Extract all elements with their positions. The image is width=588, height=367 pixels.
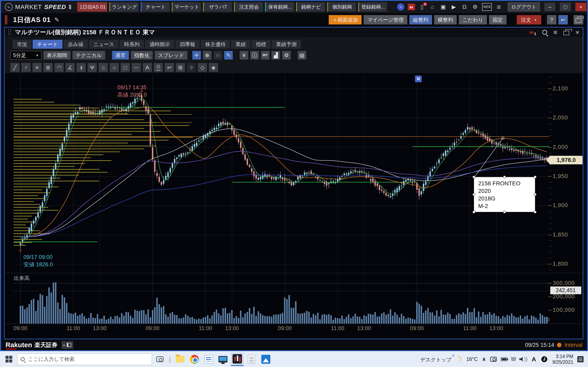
desktop-switcher[interactable]: デスクトップ»	[420, 355, 452, 363]
chart-tab-4[interactable]: 時系列	[120, 40, 144, 49]
marketspeed-app-icon[interactable]: ∿	[397, 3, 405, 11]
edit-page-name-icon[interactable]: ✎	[54, 16, 59, 23]
app-minimize-button[interactable]: –	[544, 3, 555, 11]
chart-tab-5[interactable]: 適時開示	[145, 40, 174, 49]
horizontal-segment-tool[interactable]: ─	[132, 63, 141, 72]
add-screen-button[interactable]: ＋画面追加	[329, 15, 362, 25]
chart-tab-9[interactable]: 指標	[251, 40, 270, 49]
order-button[interactable]: 注文 ▼	[517, 15, 541, 25]
window-layout-button[interactable]	[573, 15, 583, 25]
chart-tab-6[interactable]: 四季報	[175, 40, 200, 49]
home-icon[interactable]: ⌂	[429, 3, 436, 11]
price-lines-tool[interactable]: ≣	[43, 63, 53, 72]
area-chart-icon[interactable]: ▟	[272, 51, 280, 59]
rectangle-tool[interactable]: □	[121, 63, 130, 72]
menu-icon[interactable]: ≡	[495, 3, 502, 11]
parallel-line-tool[interactable]: ∕∕	[21, 63, 31, 72]
display-period-button[interactable]: 表示期間	[43, 51, 70, 59]
fibonacci-arc-tool[interactable]: ◠	[54, 63, 64, 72]
my-chart-icon[interactable]: MY	[261, 51, 269, 59]
print-icon[interactable]: ▤	[298, 51, 306, 59]
fixed-button[interactable]: 固定	[489, 15, 507, 25]
weather-temp[interactable]: 16°C	[466, 356, 478, 362]
taskbar-app-remote[interactable]	[217, 352, 229, 366]
menu-tab-9[interactable]: 登録銘柄...	[358, 2, 387, 12]
media-icon[interactable]: ▶	[450, 3, 458, 11]
note-resize-handle[interactable]	[534, 211, 536, 213]
popout-window-icon[interactable]	[563, 31, 569, 35]
chart-tab-10[interactable]: 業績予測	[272, 40, 301, 49]
chart-tab-3[interactable]: ニュース	[89, 40, 119, 49]
note-resize-handle[interactable]	[472, 175, 475, 178]
symbol-search-icon[interactable]	[542, 30, 547, 35]
speaker-icon[interactable]: ))	[519, 356, 527, 362]
text-tool[interactable]: A	[143, 63, 152, 72]
taskbar-search-input[interactable]: ここに入力して検索	[17, 354, 152, 365]
link-group-icon[interactable]: ∞1	[529, 29, 536, 36]
menu-tab-6[interactable]: 保有銘柄...	[265, 2, 294, 12]
logout-button[interactable]: ログアウト	[508, 2, 540, 11]
ime-language-button[interactable]: J	[540, 355, 548, 363]
chart-tab-2[interactable]: 歩み値	[63, 40, 88, 49]
gear-icon[interactable]: ⚙	[471, 3, 479, 11]
menu-tab-0[interactable]: 1日信AS 01	[77, 2, 107, 12]
note-resize-handle[interactable]	[472, 211, 475, 213]
app-close-button[interactable]: ×	[575, 3, 586, 11]
zoom-out-icon[interactable]: ⊖	[214, 51, 222, 59]
note-resize-handle[interactable]	[534, 193, 536, 196]
settings-wrench-icon[interactable]: ⚙	[282, 51, 291, 59]
chart-tab-7[interactable]: 株主優待	[201, 40, 230, 49]
market-candles-icon[interactable]: ▮▮	[408, 4, 415, 10]
icon-stamp-tool[interactable]: ☺icon	[154, 63, 163, 72]
menu-tab-4[interactable]: ザラバ7	[203, 2, 232, 12]
web-icon[interactable]: WEB	[482, 3, 492, 11]
normal-mode-button[interactable]: 通常	[112, 51, 129, 59]
taskbar-clock[interactable]: 3:14 PM 9/25/2021	[553, 354, 573, 365]
phone-app-icon[interactable]: ▯N	[418, 3, 426, 11]
wifi-icon[interactable]: (((	[510, 357, 516, 361]
side-panel-toggle-button[interactable]: ▸	[61, 341, 73, 349]
drag-tool[interactable]: ✥	[187, 63, 196, 72]
spread-mode-button[interactable]: スプレッド	[155, 51, 187, 59]
zoom-in-icon[interactable]: ⊕	[203, 51, 212, 59]
action-center-icon[interactable]	[577, 356, 584, 362]
taskbar-app-file-explorer[interactable]	[174, 352, 186, 366]
help-button[interactable]: ?	[547, 15, 556, 25]
weather-moon-icon[interactable]: ☽	[454, 354, 463, 364]
menu-tab-8[interactable]: 個別銘柄	[327, 2, 356, 12]
crosshair-icon[interactable]: ✛	[192, 51, 201, 59]
pentagon-tool[interactable]: ⌂	[99, 63, 108, 72]
pitchfork-tool[interactable]: Ψ	[87, 63, 97, 72]
time-shift-tool[interactable]: ↩	[165, 63, 174, 72]
note-resize-handle[interactable]	[472, 193, 475, 196]
ellipse-tool[interactable]: ○	[110, 63, 119, 72]
ime-mode-a[interactable]: A	[532, 356, 536, 363]
news-marker-badge[interactable]: N	[415, 76, 422, 82]
chart-tab-8[interactable]: 業績	[231, 40, 250, 49]
horizontal-align-button[interactable]: 横整列	[434, 15, 457, 25]
battery-icon[interactable]	[501, 358, 507, 361]
note-resize-handle[interactable]	[503, 175, 506, 178]
duplicate-tool[interactable]: ⊞	[176, 63, 185, 72]
app-maximize-button[interactable]: □	[560, 3, 571, 11]
window-menu-icon[interactable]: ≡	[553, 28, 557, 36]
remote-support-button[interactable]: ↩	[558, 15, 568, 25]
taskbar-app-chrome[interactable]	[188, 352, 201, 366]
kodawari-button[interactable]: こだわり	[459, 15, 487, 25]
taskbar-app-mail[interactable]	[202, 352, 215, 366]
menu-tab-7[interactable]: 銘柄ナビ	[296, 2, 325, 12]
menu-tab-1[interactable]: ランキング	[109, 2, 139, 12]
tablet-add-icon[interactable]: ▣	[440, 3, 447, 11]
drag-grip-icon[interactable]	[8, 29, 12, 35]
eraser-tool[interactable]: ◇	[198, 63, 207, 72]
draw-pencil-icon[interactable]: ✎	[224, 51, 233, 59]
window-close-icon[interactable]: ×	[575, 28, 579, 36]
horizontal-lines-tool[interactable]: ≡	[33, 63, 42, 72]
note-resize-handle[interactable]	[503, 211, 506, 213]
window-title-bar[interactable]: マルチツール(個別銘柄) 2158 ＦＲＯＮＴＥＯ 東マ ∞1 ≡ ×	[5, 27, 583, 37]
vertical-lines-tool[interactable]: |||	[77, 63, 86, 72]
taskbar-app-marketspeed[interactable]	[231, 352, 243, 366]
camera-tray-icon[interactable]	[490, 357, 497, 362]
chart-tab-0[interactable]: 市況	[12, 40, 32, 49]
bell-icon[interactable]: Ω	[461, 3, 468, 11]
